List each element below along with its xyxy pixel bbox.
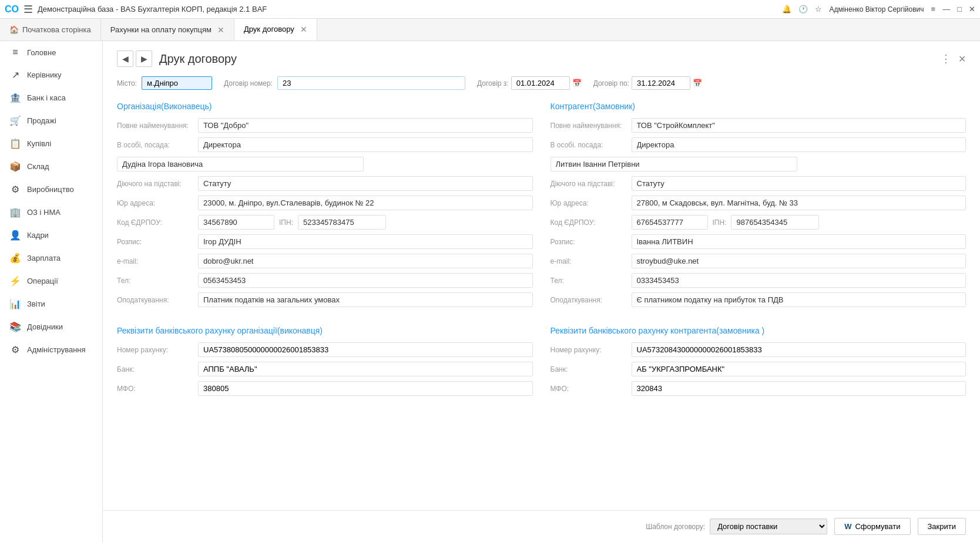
ctr-address-row: Юр адреса: [551, 196, 966, 210]
sidebar-item-main[interactable]: ≡ Головне [0, 41, 102, 63]
ctr-fullname-input[interactable] [632, 118, 966, 133]
template-select[interactable]: Договір поставки [710, 519, 827, 534]
hr-icon: 👤 [9, 230, 21, 241]
org-address-input[interactable] [198, 196, 533, 210]
org-address-label: Юр адреса: [117, 199, 193, 207]
sidebar-label-sales: Продажі [27, 116, 56, 125]
form-close-icon[interactable]: ✕ [958, 53, 966, 65]
org-signature-input[interactable] [198, 234, 533, 249]
sidebar-item-assets[interactable]: 🏢 ОЗ і НМА [0, 201, 102, 224]
org-bank-name-input[interactable] [198, 362, 533, 376]
ctr-bank-mfo-input[interactable] [632, 381, 966, 396]
sidebar-item-bank[interactable]: 🏦 Банк і каса [0, 86, 102, 109]
ctr-bank-account-input[interactable] [632, 342, 966, 357]
sidebar-item-references[interactable]: 📚 Довідники [0, 315, 102, 338]
top-icons: 🔔 🕐 ☆ Адміненко Віктор Сергійович ≡ — □ … [782, 5, 975, 14]
tab-home-label: Початкова сторінка [22, 25, 91, 34]
contract-number-input[interactable] [277, 76, 465, 90]
ctr-phone-input[interactable] [632, 273, 966, 288]
org-taxation-label: Оподаткування: [117, 296, 193, 304]
org-ipn-input[interactable] [298, 215, 386, 230]
contract-to-label: Договір по: [593, 79, 629, 87]
star-icon[interactable]: ☆ [815, 5, 822, 14]
close-button[interactable]: Закрити [918, 518, 966, 535]
ctr-address-label: Юр адреса: [551, 199, 627, 207]
org-person-input[interactable] [198, 137, 533, 152]
tab-invoices[interactable]: Рахунки на оплату покупцям ✕ [101, 19, 234, 41]
org-bank-name-label: Банк: [117, 365, 193, 373]
ctr-bank-name-input[interactable] [632, 362, 966, 376]
hamburger-icon[interactable]: ☰ [24, 3, 33, 16]
sidebar-item-admin[interactable]: ⚙ Адміністрування [0, 338, 102, 361]
org-bank-account-input[interactable] [198, 342, 533, 357]
org-personname-input[interactable] [117, 157, 364, 171]
admin-icon: ⚙ [9, 344, 21, 355]
tab-home[interactable]: 🏠 Початкова сторінка [0, 19, 101, 41]
sidebar-item-warehouse[interactable]: 📦 Склад [0, 155, 102, 178]
tab-invoices-close[interactable]: ✕ [217, 25, 224, 35]
sidebar-item-production[interactable]: ⚙ Виробництво [0, 178, 102, 201]
city-input[interactable] [142, 76, 212, 90]
org-person-row: В особі, посада: [117, 137, 533, 152]
ctr-address-input[interactable] [632, 196, 966, 210]
org-bank-mfo-input[interactable] [198, 381, 533, 396]
contract-to-input[interactable] [632, 76, 690, 90]
sidebar-item-purchases[interactable]: 📋 Купівлі [0, 132, 102, 155]
bell-icon[interactable]: 🔔 [782, 5, 791, 14]
org-phone-input[interactable] [198, 273, 533, 288]
contract-from-group: Договір з: 📅 [477, 76, 582, 90]
org-taxation-row: Оподаткування: [117, 292, 533, 307]
org-email-input[interactable] [198, 254, 533, 268]
org-fullname-input[interactable] [198, 118, 533, 133]
ctr-phone-row: Тел: [551, 273, 966, 288]
contract-from-input[interactable] [511, 76, 570, 90]
city-label: Місто: [117, 79, 137, 87]
ctr-bank-name-row: Банк: [551, 362, 966, 376]
calendar-from-icon[interactable]: 📅 [572, 79, 582, 87]
sidebar-item-reports[interactable]: 📊 Звіти [0, 292, 102, 315]
tab-print-contract[interactable]: Друк договору ✕ [234, 19, 317, 41]
sidebar: ≡ Головне ↗ Керівнику 🏦 Банк і каса 🛒 Пр… [0, 41, 103, 542]
ctr-person-input[interactable] [632, 137, 966, 152]
back-button[interactable]: ◀ [117, 51, 133, 67]
ctr-email-input[interactable] [632, 254, 966, 268]
org-bank-section: Реквізити банківського рахунку організац… [117, 326, 533, 400]
generate-label: Сформувати [855, 522, 900, 531]
ctr-personname-input[interactable] [551, 157, 797, 171]
maximize-icon[interactable]: □ [957, 5, 962, 14]
org-basis-input[interactable] [198, 176, 533, 191]
org-basis-row: Діючого на підставі: [117, 176, 533, 191]
org-taxation-input[interactable] [198, 292, 533, 307]
org-bank-account-row: Номер рахунку: [117, 342, 533, 357]
form-footer: Шаблон договору: Договір поставки W Сфор… [103, 510, 980, 542]
ctr-taxation-input[interactable] [632, 292, 966, 307]
sidebar-item-manager[interactable]: ↗ Керівнику [0, 63, 102, 86]
ctr-edrpou-input[interactable] [632, 215, 708, 230]
sidebar-label-main: Головне [27, 48, 56, 57]
sidebar-item-operations[interactable]: ⚡ Операції [0, 270, 102, 292]
org-edrpou-input[interactable] [198, 215, 274, 230]
history-icon[interactable]: 🕐 [798, 5, 808, 14]
app-title: Демонстраційна база - BAS Бухгалтерія КО… [38, 5, 777, 14]
ctr-ipn-input[interactable] [731, 215, 819, 230]
sidebar-item-sales[interactable]: 🛒 Продажі [0, 109, 102, 132]
forward-button[interactable]: ▶ [136, 51, 152, 67]
ctr-signature-input[interactable] [632, 234, 966, 249]
window-close-icon[interactable]: ✕ [969, 5, 975, 14]
sidebar-label-admin: Адміністрування [27, 345, 86, 354]
sidebar-item-hr[interactable]: 👤 Кадри [0, 224, 102, 247]
ctr-basis-input[interactable] [632, 176, 966, 191]
sidebar-label-references: Довідники [27, 322, 63, 331]
ctr-signature-label: Розпис: [551, 238, 627, 246]
org-ipn-label: ІПН: [279, 218, 293, 227]
tab-print-close[interactable]: ✕ [300, 25, 307, 34]
main-icon: ≡ [9, 47, 21, 58]
home-icon: 🏠 [9, 25, 19, 34]
tab-invoices-label: Рахунки на оплату покупцям [110, 25, 212, 34]
more-icon[interactable]: ⋮ [941, 52, 951, 65]
calendar-to-icon[interactable]: 📅 [693, 79, 702, 87]
sidebar-item-salary[interactable]: 💰 Зарплата [0, 247, 102, 270]
minimize-icon[interactable]: — [942, 5, 950, 14]
generate-button[interactable]: W Сформувати [834, 518, 910, 535]
settings-icon[interactable]: ≡ [931, 5, 936, 14]
